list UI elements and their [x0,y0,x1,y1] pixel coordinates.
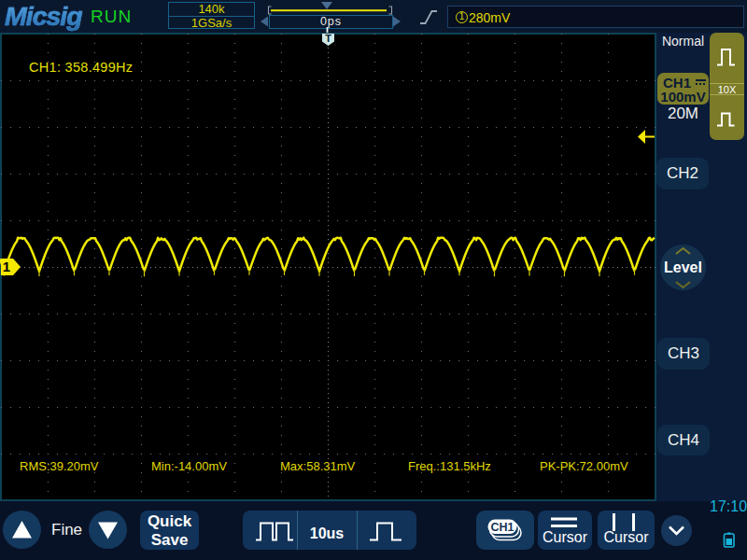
svg-text:CH1: CH1 [490,521,514,534]
svg-text:T: T [325,33,331,44]
svg-text:1: 1 [3,259,10,274]
